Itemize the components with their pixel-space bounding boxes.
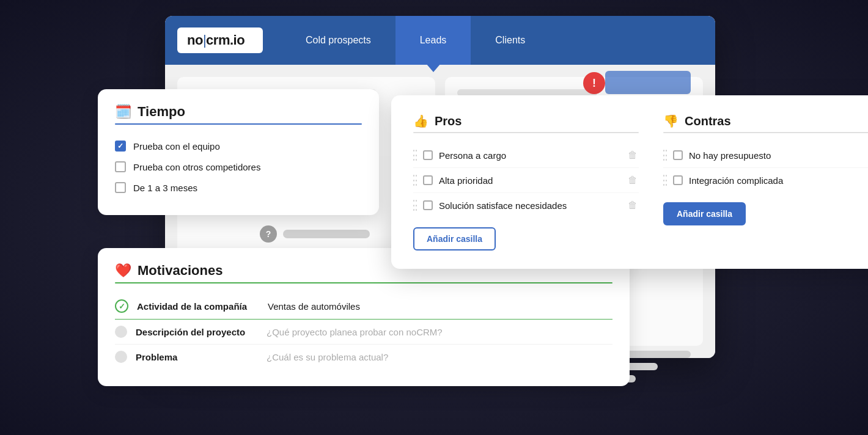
mot-value-1: Ventas de automóviles	[268, 301, 360, 312]
motivaciones-divider	[115, 282, 612, 283]
tiempo-item-3[interactable]: De 1 a 3 meses	[115, 177, 362, 198]
thumbs-up-icon: 👍	[413, 114, 428, 128]
mot-placeholder-3: ¿Cuál es su problema actual?	[267, 352, 388, 362]
delete-icon-pros-1[interactable]: 🗑	[627, 149, 639, 161]
nav-bar: no|crm.io Cold prospects Leads Clients	[165, 16, 715, 65]
drag-handle-c2	[663, 175, 667, 186]
checkmark-circle-1: ✓	[115, 299, 128, 313]
tiempo-divider	[115, 123, 362, 125]
pros-checkbox-2[interactable]	[423, 175, 433, 185]
delete-icon-pros-2[interactable]: 🗑	[627, 174, 639, 186]
contras-divider	[663, 132, 868, 133]
calendar-icon: 🗓️	[115, 104, 131, 120]
question-icon: ?	[260, 225, 277, 243]
contras-checkbox-1[interactable]	[673, 150, 683, 160]
progress-bar-area: ?	[260, 227, 370, 241]
tiempo-item-2[interactable]: Prueba con otros competidores	[115, 156, 362, 177]
mot-row-3[interactable]: Problema ¿Cuál es su problema actual?	[115, 345, 612, 369]
blue-button-placeholder	[605, 71, 691, 94]
pros-header: 👍 Pros	[413, 114, 639, 128]
pros-item-1[interactable]: Persona a cargo 🗑	[413, 143, 639, 168]
mot-circle-2	[115, 326, 127, 338]
logo: no|crm.io	[187, 32, 245, 48]
contras-item-1[interactable]: No hay presupuesto 🗑	[663, 143, 868, 168]
add-casilla-pros-button[interactable]: Añadir casilla	[413, 227, 496, 250]
mot-label-1: Actividad de la compañía	[137, 301, 259, 312]
contras-header: 👎 Contras	[663, 114, 868, 128]
pros-section: 👍 Pros Persona a cargo 🗑	[413, 114, 639, 250]
delete-icon-pros-3[interactable]: 🗑	[627, 199, 639, 211]
tiempo-item-1[interactable]: Prueba con el equipo	[115, 136, 362, 156]
contras-checkbox-2[interactable]	[673, 175, 683, 185]
logo-area: no|crm.io	[177, 27, 263, 53]
pros-contras-card: 👍 Pros Persona a cargo 🗑	[391, 95, 868, 269]
pros-divider	[413, 132, 639, 133]
drag-handle-3	[413, 200, 417, 211]
heart-icon: ❤️	[115, 263, 131, 279]
checkbox-3[interactable]	[115, 182, 126, 193]
drag-handle-2	[413, 175, 417, 186]
nav-tabs: Cold prospects Leads Clients	[281, 16, 715, 65]
mot-label-2: Descripción del proyecto	[136, 327, 258, 337]
pros-item-3[interactable]: Solución satisface necesidades 🗑	[413, 193, 639, 218]
tiempo-card: 🗓️ Tiempo Prueba con el equipo Prueba co…	[98, 89, 379, 215]
pros-checkbox-3[interactable]	[423, 200, 433, 210]
mot-circle-3	[115, 351, 127, 363]
mot-row-1[interactable]: ✓ Actividad de la compañía Ventas de aut…	[115, 293, 612, 320]
tab-cold-prospects[interactable]: Cold prospects	[281, 16, 395, 65]
drag-handle-c1	[663, 150, 667, 161]
alert-icon: !	[583, 72, 605, 94]
contras-section: 👎 Contras No hay presupuesto 🗑	[663, 114, 868, 250]
drag-handle-1	[413, 150, 417, 161]
tab-clients[interactable]: Clients	[471, 16, 550, 65]
mot-placeholder-2: ¿Qué proyecto planea probar con noCRM?	[267, 327, 443, 337]
checkbox-1[interactable]	[115, 141, 126, 152]
pros-item-2[interactable]: Alta prioridad 🗑	[413, 168, 639, 193]
progress-bar	[283, 230, 370, 238]
mot-row-2[interactable]: Descripción del proyecto ¿Qué proyecto p…	[115, 320, 612, 345]
tiempo-title: 🗓️ Tiempo	[115, 104, 362, 120]
tab-leads[interactable]: Leads	[395, 16, 471, 65]
thumbs-down-icon: 👎	[663, 114, 679, 128]
mot-label-3: Problema	[136, 352, 258, 362]
pros-checkbox-1[interactable]	[423, 150, 433, 160]
add-casilla-contras-button[interactable]: Añadir casilla	[663, 202, 746, 225]
contras-item-2[interactable]: Integración complicada 🗑	[663, 168, 868, 192]
checkbox-2[interactable]	[115, 161, 126, 172]
